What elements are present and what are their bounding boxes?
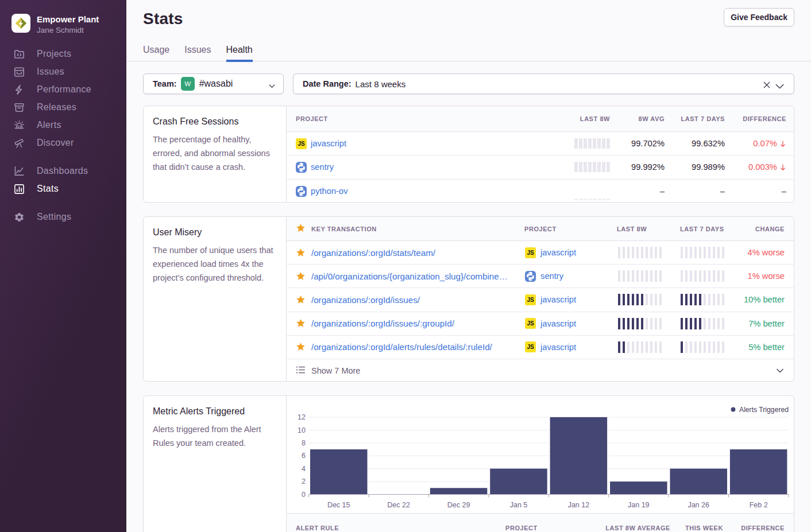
svg-text:0: 0	[302, 491, 306, 499]
svg-text:Jan 19: Jan 19	[628, 501, 650, 509]
svg-text:Dec 22: Dec 22	[387, 501, 410, 509]
svg-text:6: 6	[302, 452, 306, 460]
svg-text:Jan 26: Jan 26	[688, 501, 709, 509]
svg-text:10: 10	[298, 426, 306, 434]
svg-text:Dec 15: Dec 15	[327, 501, 350, 509]
svg-text:2: 2	[302, 477, 306, 486]
svg-text:8: 8	[302, 439, 306, 447]
svg-text:Dec 29: Dec 29	[447, 501, 470, 509]
svg-text:Feb 2: Feb 2	[750, 501, 768, 509]
svg-text:Alerts Triggered: Alerts Triggered	[739, 406, 789, 414]
svg-text:Jan 5: Jan 5	[510, 501, 528, 509]
svg-text:4: 4	[302, 465, 306, 473]
svg-text:Jan 12: Jan 12	[568, 501, 590, 509]
svg-text:12: 12	[298, 413, 306, 421]
